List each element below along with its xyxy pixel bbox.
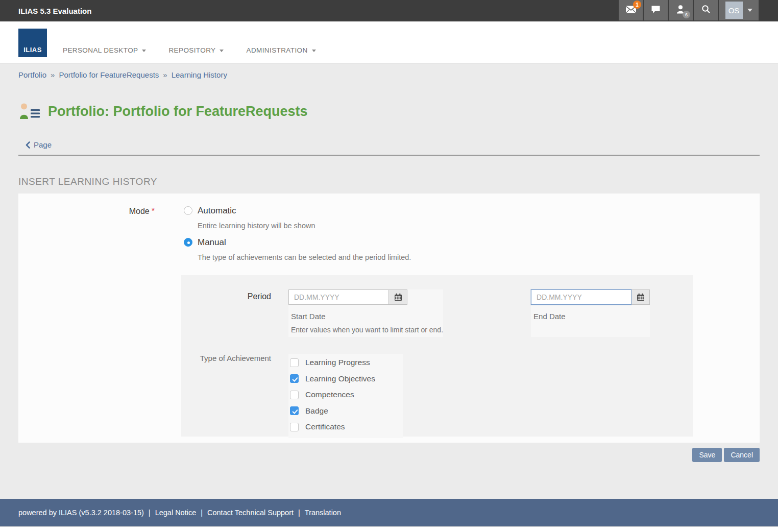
manual-settings-panel: Period Start Date Enter values when you … [181,275,693,437]
period-row: Period Start Date Enter values when you … [181,289,693,337]
learning-objectives-checkbox[interactable] [290,374,299,383]
mode-label-cell: Mode* [18,206,155,261]
period-hint: Enter values when you want to limit star… [291,326,443,334]
user-menu-button[interactable]: OS [719,0,759,20]
breadcrumb-link-learning-history[interactable]: Learning History [172,70,227,79]
check-item-learning-objectives: Learning Objectives [290,371,375,387]
ilias-logo[interactable]: ILIAS [18,29,47,57]
app-title: ILIAS 5.3 Evaluation [18,7,91,15]
breadcrumb-separator: » [163,70,167,79]
main-header: ILIAS PERSONAL DESKTOP REPOSITORY ADMINI… [0,21,778,64]
nav-label: ADMINISTRATION [246,46,307,54]
calendar-icon [394,293,402,301]
check-item-certificates: Certificates [290,419,375,436]
breadcrumb: Portfolio»Portfolio for FeatureRequests»… [0,64,778,86]
search-button[interactable] [694,0,718,20]
mail-badge: 1 [633,1,641,9]
check-item-learning-progress: Learning Progress [290,355,375,371]
end-date-label: End Date [533,312,650,321]
mode-options: Automatic Entire learning history will b… [184,206,411,261]
certificates-checkbox[interactable] [290,423,299,431]
achievement-label: Type of Achievement [181,354,271,439]
start-date-group: Start Date Enter values when you want to… [288,289,443,337]
automatic-byline: Entire learning history will be shown [198,222,411,230]
save-button[interactable]: Save [692,448,722,462]
check-item-badge: Badge [290,403,375,419]
period-label: Period [181,289,271,337]
page-content: Portfolio»Portfolio for FeatureRequests»… [0,64,778,499]
page-title: Portfolio: Portfolio for FeatureRequests [48,104,308,119]
badge-checkbox[interactable] [290,406,299,415]
competences-checkbox[interactable] [290,391,299,399]
user-badge: 6 [683,11,690,18]
manual-radio[interactable] [184,238,192,247]
achievement-row: Type of Achievement Learning Progress Le… [181,354,693,439]
legal-notice-link[interactable]: Legal Notice [155,509,197,517]
chat-button[interactable] [644,0,668,20]
automatic-radio-label[interactable]: Automatic [198,206,236,216]
who-is-online-button[interactable]: 6 [669,0,693,20]
portfolio-icon [18,103,41,120]
manual-byline: The type of achievements can be selected… [198,253,411,261]
page-title-row: Portfolio: Portfolio for FeatureRequests [18,103,778,120]
check-item-competences: Competences [290,387,375,403]
top-bar: ILIAS 5.3 Evaluation 1 6 OS [0,0,778,21]
end-date-input-wrap [531,289,650,305]
footer-separator: | [298,509,300,517]
learning-progress-checkbox[interactable] [290,358,299,367]
radio-option-automatic: Automatic [184,206,411,216]
mode-row: Mode* Automatic Entire learning history … [18,206,760,261]
chat-icon [651,5,661,16]
manual-radio-label[interactable]: Manual [198,237,226,248]
start-date-input[interactable] [288,289,389,305]
insert-learning-history-form: Mode* Automatic Entire learning history … [18,194,760,443]
tab-page-back[interactable]: Page [26,140,52,149]
bottom-strip [0,526,778,532]
start-date-input-wrap [288,289,443,305]
avatar: OS [725,2,743,19]
competences-label[interactable]: Competences [305,390,354,399]
nav-item-administration[interactable]: ADMINISTRATION [246,46,315,54]
radio-option-manual: Manual [184,237,411,248]
tab-page-label: Page [34,140,52,149]
footer-separator: | [201,509,203,517]
chevron-down-icon [142,50,146,52]
start-date-label: Start Date [291,312,443,321]
footer-separator: | [149,509,151,517]
learning-objectives-label[interactable]: Learning Objectives [305,374,375,383]
chevron-down-icon [312,50,316,52]
required-asterisk: * [152,207,155,215]
mode-label: Mode [129,207,150,215]
end-date-input[interactable] [531,289,631,305]
main-navigation: PERSONAL DESKTOP REPOSITORY ADMINISTRATI… [63,46,316,54]
automatic-radio[interactable] [184,206,192,215]
topbar-actions: 1 6 OS [618,0,759,21]
search-icon [701,5,711,16]
breadcrumb-separator: » [51,70,55,79]
achievement-fields: Learning Progress Learning Objectives Co… [288,354,403,439]
achievement-checklist: Learning Progress Learning Objectives Co… [288,354,403,439]
contact-technical-support-link[interactable]: Contact Technical Support [207,509,294,517]
nav-label: REPOSITORY [168,46,215,54]
certificates-label[interactable]: Certificates [305,422,345,431]
page-footer: powered by ILIAS (v5.3.2 2018-03-15) | L… [0,499,778,526]
end-date-group: End Date [531,289,650,337]
learning-progress-label[interactable]: Learning Progress [305,358,370,367]
start-date-calendar-button[interactable] [389,289,407,305]
cancel-button[interactable]: Cancel [724,448,760,462]
chevron-down-icon [747,9,752,12]
breadcrumb-link-portfolio-for-featurerequests[interactable]: Portfolio for FeatureRequests [59,70,159,79]
calendar-icon [637,293,645,301]
powered-by-text: powered by ILIAS (v5.3.2 2018-03-15) [18,509,144,517]
nav-item-repository[interactable]: REPOSITORY [168,46,224,54]
chevron-left-icon [26,141,30,149]
breadcrumb-link-portfolio[interactable]: Portfolio [18,70,46,79]
translation-link[interactable]: Translation [305,509,341,517]
mail-button[interactable]: 1 [619,0,643,20]
section-title: INSERT LEARNING HISTORY [18,176,778,187]
nav-item-personal-desktop[interactable]: PERSONAL DESKTOP [63,46,146,54]
tabs-row: Page [18,140,760,156]
end-date-calendar-button[interactable] [631,289,650,305]
form-actions: Save Cancel [0,448,760,462]
badge-label[interactable]: Badge [305,406,328,416]
